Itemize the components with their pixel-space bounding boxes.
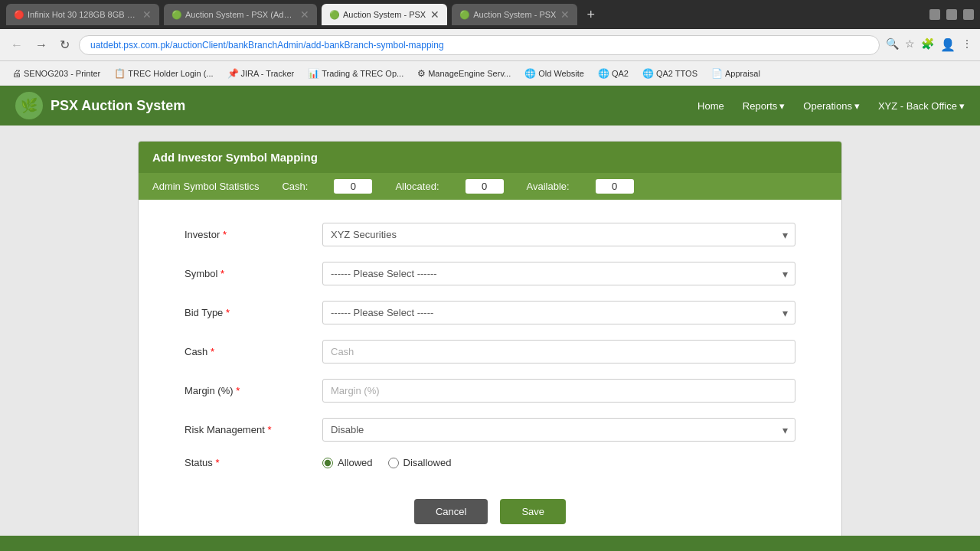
status-required: * bbox=[215, 457, 219, 468]
symbol-select[interactable]: ------ Please Select ------ bbox=[322, 262, 795, 285]
tab-4[interactable]: 🟢 Auction System - PSX ✕ bbox=[452, 4, 577, 25]
tab-2-favicon: 🟢 bbox=[172, 10, 181, 19]
back-office-chevron-icon: ▾ bbox=[959, 100, 965, 112]
investor-row: Investor * XYZ Securities bbox=[185, 223, 795, 246]
risk-management-row: Risk Management * Disable Enable bbox=[185, 418, 795, 442]
bid-type-label: Bid Type * bbox=[185, 307, 322, 318]
admin-symbol-statistics-label: Admin Symbol Statistics bbox=[152, 181, 259, 192]
new-tab-button[interactable]: + bbox=[582, 5, 599, 24]
bookmark-trec[interactable]: 📋 TREC Holder Login (... bbox=[109, 67, 217, 80]
window-controls bbox=[929, 9, 974, 20]
cash-input[interactable] bbox=[322, 340, 795, 364]
bookmark-appraisal-icon: 📄 bbox=[711, 68, 723, 79]
cancel-button[interactable]: Cancel bbox=[414, 499, 488, 524]
margin-required: * bbox=[236, 385, 240, 396]
app-logo-icon: 🌿 bbox=[15, 92, 43, 119]
tab-1-title: Infinix Hot 30 128GB 8GB RAM... bbox=[28, 10, 138, 19]
tab-2[interactable]: 🟢 Auction System - PSX (Admin P... ✕ bbox=[164, 4, 317, 25]
save-button[interactable]: Save bbox=[500, 499, 566, 524]
allocated-stats-value: 0 bbox=[466, 179, 504, 194]
status-radio-group: Allowed Disallowed bbox=[322, 457, 795, 468]
bookmark-qa2[interactable]: 🌐 QA2 bbox=[593, 67, 633, 80]
bid-type-select-wrapper: ------ Please Select ----- bbox=[322, 301, 795, 324]
form-card-header: Add Investor Symbol Mapping bbox=[139, 142, 841, 173]
bid-type-select[interactable]: ------ Please Select ----- bbox=[322, 301, 795, 324]
maximize-button[interactable] bbox=[946, 9, 957, 20]
window-close-button[interactable] bbox=[963, 9, 974, 20]
reload-button[interactable]: ↻ bbox=[57, 36, 73, 54]
app-navbar: 🌿 PSX Auction System Home Reports ▾ Oper… bbox=[0, 86, 980, 126]
status-allowed-text: Allowed bbox=[338, 457, 373, 468]
bid-type-row: Bid Type * ------ Please Select ----- bbox=[185, 301, 795, 324]
investor-select-wrapper: XYZ Securities bbox=[322, 223, 795, 246]
cash-row: Cash * bbox=[185, 340, 795, 364]
bookmark-manage-label: ManageEngine Serv... bbox=[428, 69, 511, 78]
bookmark-senog-label: SENOG203 - Printer bbox=[24, 69, 100, 78]
tab-4-favicon: 🟢 bbox=[459, 10, 469, 19]
status-allowed-label[interactable]: Allowed bbox=[322, 457, 373, 468]
nav-back-office[interactable]: XYZ - Back Office ▾ bbox=[878, 100, 965, 112]
nav-home[interactable]: Home bbox=[697, 100, 724, 112]
bookmark-qa2-icon: 🌐 bbox=[598, 68, 609, 79]
symbol-select-wrapper: ------ Please Select ------ bbox=[322, 262, 795, 285]
status-radios: Allowed Disallowed bbox=[322, 457, 795, 468]
bookmark-qa2ttos-icon: 🌐 bbox=[642, 68, 654, 79]
bid-type-required: * bbox=[226, 307, 230, 318]
browser-icons: 🔍 ☆ 🧩 👤 ⋮ bbox=[886, 37, 972, 52]
bookmark-senog[interactable]: 🖨 SENOG203 - Printer bbox=[8, 67, 105, 80]
operations-chevron-icon: ▾ bbox=[854, 100, 860, 112]
available-stats-label: Available: bbox=[527, 181, 570, 192]
cash-required: * bbox=[211, 346, 214, 357]
bookmark-trading[interactable]: 📊 Trading & TREC Op... bbox=[303, 67, 408, 80]
status-disallowed-label[interactable]: Disallowed bbox=[388, 457, 452, 468]
nav-operations[interactable]: Operations ▾ bbox=[803, 100, 860, 112]
allocated-stats-label: Allocated: bbox=[395, 181, 439, 192]
profile-icon[interactable]: 👤 bbox=[940, 37, 956, 52]
form-body: Investor * XYZ Securities Symbol bbox=[139, 200, 841, 547]
risk-management-select-wrapper: Disable Enable bbox=[322, 418, 795, 442]
forward-button[interactable]: → bbox=[32, 37, 51, 54]
investor-select[interactable]: XYZ Securities bbox=[322, 223, 795, 246]
menu-icon[interactable]: ⋮ bbox=[962, 37, 972, 52]
extension-icon[interactable]: 🧩 bbox=[921, 37, 934, 52]
form-actions: Cancel Save bbox=[185, 491, 795, 524]
tab-4-close[interactable]: ✕ bbox=[560, 8, 570, 21]
margin-input-wrapper bbox=[322, 379, 795, 403]
symbol-label: Symbol * bbox=[185, 268, 322, 279]
tab-3-close[interactable]: ✕ bbox=[430, 8, 439, 21]
back-button[interactable]: ← bbox=[8, 37, 26, 54]
bookmarks-bar: 🖨 SENOG203 - Printer 📋 TREC Holder Login… bbox=[0, 61, 980, 86]
reports-chevron-icon: ▾ bbox=[779, 100, 785, 112]
cash-input-wrapper bbox=[322, 340, 795, 364]
bookmark-qa2ttos[interactable]: 🌐 QA2 TTOS bbox=[638, 67, 702, 80]
margin-input[interactable] bbox=[322, 379, 795, 403]
tab-1[interactable]: 🔴 Infinix Hot 30 128GB 8GB RAM... ✕ bbox=[6, 4, 159, 25]
nav-reports[interactable]: Reports ▾ bbox=[743, 100, 786, 112]
form-card: Add Investor Symbol Mapping Admin Symbol… bbox=[138, 141, 842, 548]
tab-1-close[interactable]: ✕ bbox=[142, 8, 152, 21]
risk-management-select[interactable]: Disable Enable bbox=[322, 418, 795, 442]
bookmark-jira[interactable]: 📌 JIRA - Tracker bbox=[223, 67, 299, 80]
tab-2-close[interactable]: ✕ bbox=[300, 8, 309, 21]
minimize-button[interactable] bbox=[929, 9, 940, 20]
bookmark-oldweb[interactable]: 🌐 Old Website bbox=[520, 67, 589, 80]
bookmark-appraisal[interactable]: 📄 Appraisal bbox=[707, 67, 765, 80]
status-allowed-radio[interactable] bbox=[322, 458, 333, 468]
bookmark-trading-icon: 📊 bbox=[308, 68, 319, 79]
investor-label: Investor * bbox=[185, 229, 322, 240]
status-row: Status * Allowed Di bbox=[185, 457, 795, 468]
bookmark-manage[interactable]: ⚙ ManageEngine Serv... bbox=[413, 67, 515, 80]
symbol-required: * bbox=[220, 268, 224, 279]
cash-stats-value: 0 bbox=[334, 179, 372, 194]
risk-management-required: * bbox=[267, 424, 271, 435]
margin-label: Margin (%) * bbox=[185, 385, 322, 396]
cash-stats-label: Cash: bbox=[282, 181, 308, 192]
status-disallowed-radio[interactable] bbox=[388, 458, 399, 468]
bookmark-jira-label: JIRA - Tracker bbox=[241, 69, 295, 78]
search-icon[interactable]: 🔍 bbox=[886, 37, 899, 52]
bookmark-icon[interactable]: ☆ bbox=[905, 37, 915, 52]
margin-row: Margin (%) * bbox=[185, 379, 795, 403]
tab-3[interactable]: 🟢 Auction System - PSX ✕ bbox=[322, 4, 447, 25]
tab-3-title: Auction System - PSX bbox=[343, 10, 426, 19]
url-input[interactable]: uatdebt.psx.com.pk/auctionClient/bankBra… bbox=[79, 35, 880, 55]
